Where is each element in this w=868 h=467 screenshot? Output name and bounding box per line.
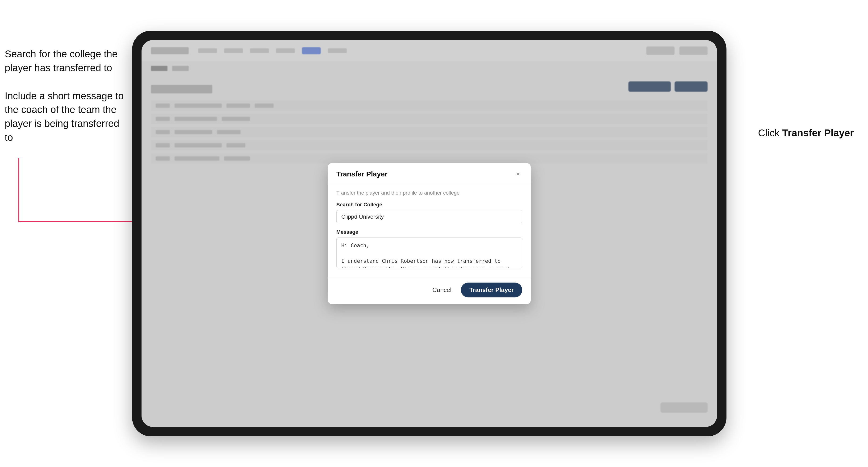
annotation-right-bold: Transfer Player bbox=[782, 127, 854, 138]
search-college-label: Search for College bbox=[336, 201, 522, 208]
modal-footer: Cancel Transfer Player bbox=[328, 278, 531, 304]
modal-header: Transfer Player × bbox=[328, 163, 531, 183]
tablet-frame: Transfer Player × Transfer the player an… bbox=[132, 31, 726, 436]
search-college-input[interactable] bbox=[336, 210, 522, 223]
message-textarea[interactable]: Hi Coach, I understand Chris Robertson h… bbox=[336, 238, 522, 268]
modal-overlay: Transfer Player × Transfer the player an… bbox=[142, 40, 717, 427]
transfer-player-modal: Transfer Player × Transfer the player an… bbox=[328, 163, 531, 304]
message-label: Message bbox=[336, 229, 522, 235]
modal-close-button[interactable]: × bbox=[514, 170, 522, 178]
annotation-right: Click Transfer Player bbox=[758, 127, 854, 139]
modal-title: Transfer Player bbox=[336, 170, 388, 178]
annotation-left: Search for the college the player has tr… bbox=[5, 47, 127, 159]
tablet-screen: Transfer Player × Transfer the player an… bbox=[142, 40, 717, 427]
modal-description: Transfer the player and their profile to… bbox=[336, 190, 522, 196]
annotation-text-1: Search for the college the player has tr… bbox=[5, 47, 127, 75]
annotation-right-prefix: Click bbox=[758, 127, 782, 138]
cancel-button[interactable]: Cancel bbox=[428, 284, 456, 296]
transfer-player-button[interactable]: Transfer Player bbox=[461, 283, 522, 298]
modal-body: Transfer the player and their profile to… bbox=[328, 183, 531, 278]
annotation-text-2: Include a short message to the coach of … bbox=[5, 89, 127, 145]
